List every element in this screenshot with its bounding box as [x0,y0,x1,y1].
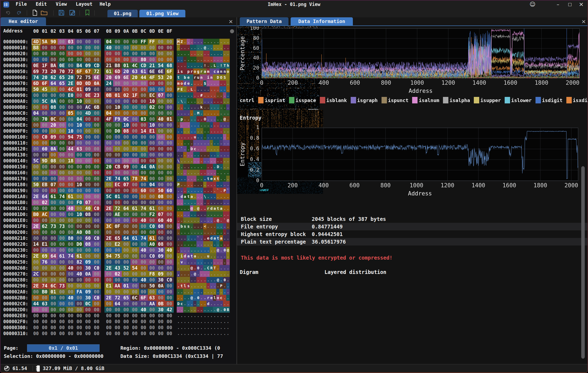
hex-byte-cell[interactable]: 00 [139,51,148,57]
hex-byte-cell[interactable]: 00 [139,301,148,307]
hex-byte-cell[interactable]: 00 [122,217,130,223]
hex-byte-cell[interactable]: 00 [122,271,130,277]
hex-byte-cell[interactable]: 00 [84,176,92,182]
hex-byte-cell[interactable]: 00 [32,313,40,319]
hex-byte-cell[interactable]: 00 [130,199,139,205]
hex-byte-cell[interactable]: 00 [148,45,156,51]
hex-byte-cell[interactable]: 00 [122,319,130,325]
hex-byte-cell[interactable]: 74 [113,176,122,182]
hex-byte-cell[interactable]: 00 [32,176,40,182]
hex-byte-cell[interactable]: 00 [75,45,84,51]
hex-byte-cell[interactable]: 00 [156,259,165,265]
hex-byte-cell[interactable]: 00 [122,229,130,235]
hex-byte-cell[interactable]: 00 [130,313,139,319]
hex-byte-cell[interactable]: 00 [66,271,75,277]
ascii-cell[interactable]: . [183,182,187,188]
hex-byte-cell[interactable]: 0A [84,271,92,277]
hex-byte-cell[interactable]: 00 [58,128,66,134]
ascii-cell[interactable]: . [226,265,230,271]
hex-byte-cell[interactable]: 00 [113,80,122,86]
hex-byte-cell[interactable]: 67 [84,68,92,74]
hex-byte-cell[interactable]: 0D [84,80,92,86]
hex-byte-cell[interactable]: 00 [84,57,92,63]
hex-byte-cell[interactable]: 00 [139,158,148,164]
hex-byte-cell[interactable]: 00 [139,134,148,140]
hex-byte-cell[interactable]: 00 [92,45,101,51]
hex-byte-cell[interactable]: 00 [156,39,165,45]
hex-byte-cell[interactable]: 00 [32,116,40,122]
hex-byte-cell[interactable]: 00 [165,253,174,259]
hex-byte-cell[interactable]: 50 [32,86,40,92]
hex-byte-cell[interactable]: 00 [92,176,101,182]
hex-byte-cell[interactable]: 00 [40,307,49,313]
hex-byte-cell[interactable]: 00 [130,223,139,229]
ascii-cell[interactable]: . [183,39,187,45]
hex-byte-cell[interactable]: 2E [66,80,75,86]
hex-byte-cell[interactable]: 00 [139,289,148,295]
hex-byte-cell[interactable]: 00 [148,307,156,313]
hex-byte-cell[interactable]: 00 [122,277,130,283]
hex-byte-cell[interactable]: 00 [165,80,174,86]
hex-byte-cell[interactable]: 00 [49,331,58,336]
hex-byte-cell[interactable]: 00 [66,51,75,57]
hex-byte-cell[interactable]: 0C [84,301,92,307]
ascii-cell[interactable]: . [200,86,203,92]
hex-byte-cell[interactable]: 00 [40,152,49,158]
hex-byte-cell[interactable]: 00 [113,229,122,235]
hex-byte-cell[interactable]: 00 [113,307,122,313]
minimize-button[interactable]: – [553,1,563,8]
hex-byte-cell[interactable]: 2E [104,176,113,182]
hex-byte-cell[interactable]: 03 [66,39,75,45]
hex-byte-cell[interactable]: AC [40,211,49,217]
hex-byte-cell[interactable]: 00 [66,325,75,331]
hex-byte-cell[interactable]: 90 [49,39,58,45]
hex-byte-cell[interactable]: 10 [66,128,75,134]
hex-byte-cell[interactable]: 00 [104,307,113,313]
hex-byte-cell[interactable]: 05 [66,110,75,116]
hex-byte-cell[interactable]: 0E [32,63,40,68]
hex-byte-cell[interactable]: 60 [156,217,165,223]
hex-byte-cell[interactable]: 00 [165,259,174,265]
hex-byte-cell[interactable]: 6C [49,283,58,289]
hex-byte-cell[interactable]: 72 [75,74,84,80]
hex-byte-cell[interactable]: 00 [156,128,165,134]
hex-byte-cell[interactable]: CB [113,164,122,170]
hex-byte-cell[interactable]: 00 [84,98,92,104]
hex-byte-cell[interactable]: 0C [49,116,58,122]
hex-byte-cell[interactable]: 40 [156,116,165,122]
ascii-cell[interactable]: . [219,301,223,307]
hex-byte-cell[interactable]: 40 [104,45,113,51]
ascii-cell[interactable]: . [226,211,230,217]
hex-byte-cell[interactable]: 00 [122,199,130,205]
hex-byte-cell[interactable]: 82 [75,259,84,265]
ascii-cell[interactable]: . [200,182,203,188]
hex-byte-cell[interactable]: 00 [49,211,58,217]
ascii-cell[interactable]: . [200,247,203,253]
hex-byte-cell[interactable]: CD [92,63,101,68]
hex-byte-cell[interactable]: 00 [49,241,58,247]
ascii-cell[interactable]: . [200,307,203,313]
ascii-cell[interactable]: . [183,152,187,158]
hex-byte-cell[interactable]: 00 [122,331,130,336]
hex-byte-cell[interactable]: 00 [104,57,113,63]
hex-byte-cell[interactable]: 00 [32,229,40,235]
hex-byte-cell[interactable]: 00 [58,325,66,331]
ascii-cell[interactable]: . [183,45,187,51]
ascii-cell[interactable]: . [226,80,230,86]
hex-byte-cell[interactable]: 00 [32,205,40,211]
ascii-cell[interactable]: . [226,128,230,134]
hex-byte-cell[interactable]: 00 [165,194,174,199]
hex-byte-cell[interactable]: 72 [66,68,75,74]
hex-byte-cell[interactable]: 00 [75,247,84,253]
hex-byte-cell[interactable]: 00 [122,301,130,307]
hex-byte-cell[interactable]: 5C [40,98,49,104]
hex-byte-cell[interactable]: 07 [156,211,165,217]
hex-byte-cell[interactable]: A0 [148,241,156,247]
hex-byte-cell[interactable]: 00 [139,199,148,205]
hex-byte-cell[interactable]: 00 [148,188,156,194]
hex-byte-cell[interactable]: 00 [165,319,174,325]
hex-byte-cell[interactable]: 00 [122,194,130,199]
hex-byte-cell[interactable]: 00 [84,253,92,259]
hex-byte-cell[interactable]: 00 [58,229,66,235]
hex-byte-cell[interactable]: 00 [49,277,58,283]
